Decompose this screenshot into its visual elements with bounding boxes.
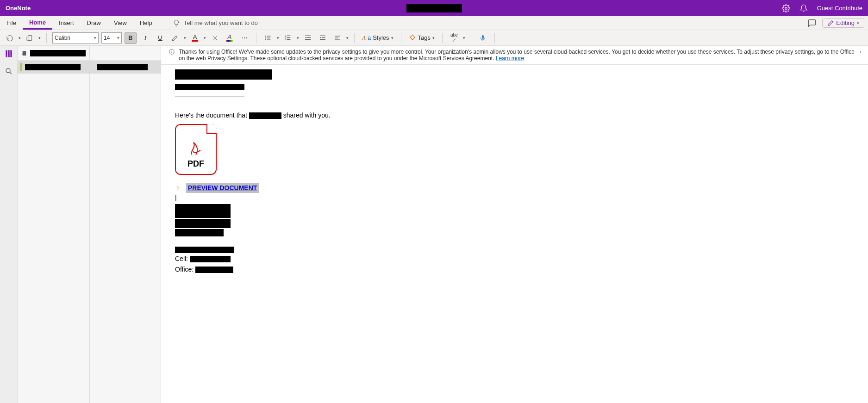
container-handle-icon[interactable] [175,185,181,192]
document-title-redacted: ██████████████████ [406,4,462,12]
sig-line3-redacted: ██████████ [175,229,224,236]
svg-rect-12 [287,37,290,37]
svg-rect-29 [22,51,23,52]
font-color-button[interactable]: A [189,32,201,44]
body-line: Here's the document that █████████ share… [175,111,854,120]
styles-button[interactable]: Aa Styles ▾ [360,32,395,44]
notebook-name-redacted: ██████████████ [30,50,86,56]
banner-learn-more-link[interactable]: Learn more [496,55,524,62]
title-bar: OneNote ██████████████████ Guest Contrib… [0,0,868,16]
tab-insert[interactable]: Insert [52,16,81,30]
svg-rect-25 [8,50,9,57]
tab-home[interactable]: Home [23,16,52,30]
preview-document-link[interactable]: PREVIEW DOCUMENT [186,183,259,193]
body-line-suffix: shared with you. [283,112,331,119]
app-name: OneNote [6,5,31,12]
underline-button[interactable]: U [154,32,166,44]
notifications-icon[interactable] [799,4,808,12]
svg-rect-18 [322,37,325,37]
sig-line2-redacted: ████████████ [175,219,231,228]
notebooks-icon[interactable] [4,49,14,59]
svg-point-3 [265,37,266,38]
more-format-button[interactable]: ⋯ [238,32,250,44]
tell-me-placeholder: Tell me what you want to do [184,19,258,26]
svg-rect-22 [335,39,340,40]
chevron-down-icon[interactable]: ▾ [346,36,349,40]
editing-mode-button[interactable]: Editing ▾ [822,18,864,28]
left-rail [0,46,18,403]
chevron-down-icon: ▾ [94,36,96,40]
body-line-mid-redacted: █████████ [249,112,281,119]
tab-draw[interactable]: Draw [81,16,107,30]
notebook-header[interactable]: ██████████████ [18,46,89,61]
highlight-button[interactable] [169,32,181,44]
banner-next-icon[interactable]: › [860,49,862,62]
chevron-down-icon[interactable]: ▾ [277,36,279,40]
svg-rect-15 [307,37,311,37]
font-family-select[interactable]: Calibri ▾ [52,32,99,43]
page-canvas[interactable]: Thanks for using Office! We've made some… [161,46,868,403]
cursor-position: | [175,193,854,201]
clipboard-button[interactable] [24,32,36,44]
bulleted-list-button[interactable] [262,32,274,44]
office-value-redacted: ████████ [195,267,233,273]
align-button[interactable] [331,32,343,44]
cell-value-redacted: █████████ [190,256,231,262]
page-name-redacted: ██████████████ [97,64,148,70]
font-size-select[interactable]: 14 ▾ [101,32,122,43]
section-name-redacted: ██████████████ [25,64,81,70]
svg-rect-16 [305,39,311,39]
chevron-down-icon[interactable]: ▾ [463,36,465,40]
page-item[interactable]: ██████████████ [90,61,161,74]
chevron-down-icon: ▾ [857,21,859,25]
settings-icon[interactable] [782,4,790,12]
sig-line4-redacted: █████████████ [175,247,234,253]
svg-point-27 [6,68,10,73]
tab-help[interactable]: Help [133,16,159,30]
search-icon[interactable] [4,66,14,76]
indent-button[interactable] [317,32,329,44]
catch-up-icon[interactable] [807,19,817,28]
privacy-banner: Thanks for using Office! We've made some… [161,46,868,65]
spellcheck-button[interactable]: abc✓ [448,32,460,44]
account-label[interactable]: Guest Contribute [817,5,862,12]
svg-point-0 [785,7,787,9]
sig-line1-redacted: ████████████ [175,204,231,218]
chevron-down-icon[interactable]: ▾ [184,36,186,40]
svg-rect-21 [335,37,338,38]
editing-mode-label: Editing [836,19,855,26]
tell-me-search[interactable]: Tell me what you want to do [173,19,258,27]
info-icon [169,49,175,62]
svg-rect-14 [305,35,311,36]
clear-format-button[interactable] [209,32,221,44]
adobe-logo-icon [187,139,205,158]
svg-rect-7 [267,39,270,40]
bold-button[interactable]: B [125,32,137,44]
chevron-down-icon[interactable]: ▾ [297,36,299,40]
tab-file[interactable]: File [0,16,23,30]
dictate-button[interactable] [477,32,489,44]
svg-rect-20 [335,36,340,36]
tags-button[interactable]: Tags ▾ [407,32,437,44]
section-item[interactable]: ██████████████ [18,61,89,74]
svg-point-4 [265,39,266,40]
italic-button[interactable]: I [139,32,151,44]
pages-header [90,46,161,61]
outdent-button[interactable] [302,32,314,44]
note-body[interactable]: ███████████████████████ ████████████████… [161,65,868,280]
chevron-down-icon: ▾ [432,36,435,40]
navigation-pane: ██████████████ ██████████████ ██████████… [18,46,161,403]
format-painter-button[interactable]: A [224,32,236,44]
numbered-list-button[interactable]: 123 [282,32,294,44]
undo-button[interactable] [4,32,16,44]
tab-view[interactable]: View [107,16,133,30]
svg-rect-26 [10,50,12,57]
body-line-prefix: Here's the document that [175,112,247,119]
chevron-down-icon[interactable]: ▾ [19,36,21,40]
pdf-attachment-icon[interactable]: PDF [175,124,217,175]
chevron-down-icon[interactable]: ▾ [38,36,41,40]
chevron-down-icon[interactable]: ▾ [204,36,206,40]
lightbulb-icon [173,19,180,27]
svg-rect-1 [28,35,32,40]
font-size-value: 14 [104,35,110,41]
